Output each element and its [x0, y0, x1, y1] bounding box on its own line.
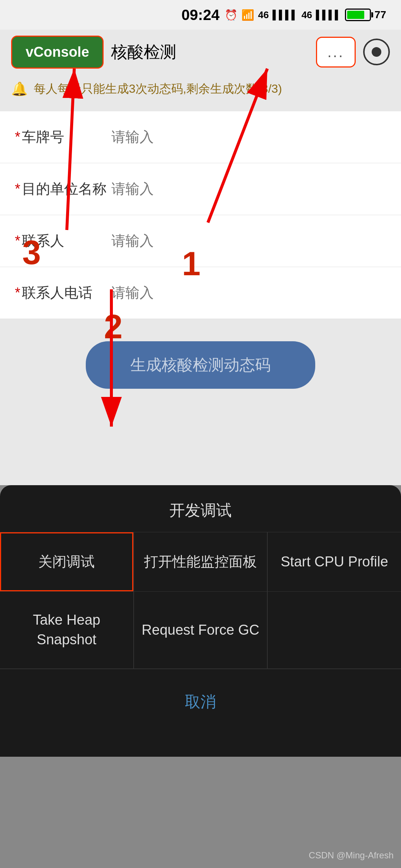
phone-input[interactable] — [111, 285, 386, 301]
alarm-icon: ⏰ — [225, 9, 238, 21]
vconsole-button[interactable]: vConsole — [11, 36, 104, 69]
plate-input[interactable] — [111, 129, 386, 145]
status-icons: ⏰ 📶 46 ▌▌▌▌ 46 ▌▌▌▌ 77 — [225, 9, 386, 21]
unit-required: * — [15, 181, 20, 197]
unit-input[interactable] — [111, 181, 386, 197]
record-button[interactable] — [363, 39, 390, 65]
main-content: vConsole 核酸检测 ... 🔔 每人每天只能生成3次动态码,剩余生成次数… — [0, 30, 401, 485]
notice-icon: 🔔 — [11, 81, 28, 97]
unit-label: *目的单位名称 — [15, 180, 111, 198]
app-bar: vConsole 核酸检测 ... — [0, 30, 401, 74]
status-time: 09:24 — [182, 7, 219, 23]
sheet-title: 开发调试 — [169, 502, 232, 519]
battery-fill — [347, 11, 364, 19]
sheet-grid-row2: Take Heap Snapshot Request Force GC — [0, 592, 401, 669]
request-gc-button[interactable]: Request Force GC — [134, 592, 267, 668]
plate-field: *车牌号 — [0, 111, 401, 163]
app-title: 核酸检测 — [111, 41, 316, 63]
bottom-sheet: 开发调试 关闭调试 打开性能监控面板 Start CPU Profile Tak… — [0, 485, 401, 757]
record-icon — [372, 47, 381, 57]
phone-required: * — [15, 285, 20, 300]
signal-bars-icon: ▌▌▌▌ — [273, 10, 298, 20]
battery-indicator — [345, 9, 371, 21]
status-bar: 09:24 ⏰ 📶 46 ▌▌▌▌ 46 ▌▌▌▌ 77 — [0, 0, 401, 30]
plate-required: * — [15, 129, 20, 145]
take-heap-button[interactable]: Take Heap Snapshot — [0, 592, 133, 668]
wifi-icon: 📶 — [241, 9, 254, 21]
close-debug-button[interactable]: 关闭调试 — [0, 532, 133, 591]
sheet-header: 开发调试 — [0, 485, 401, 532]
cancel-button[interactable]: 取消 — [7, 684, 394, 720]
sheet-grid-row1: 关闭调试 打开性能监控面板 Start CPU Profile — [0, 532, 401, 592]
signal-4g-icon: 46 — [258, 9, 269, 21]
plate-label: *车牌号 — [15, 128, 111, 147]
watermark: CSDN @Ming-Afresh — [309, 850, 394, 861]
start-cpu-button[interactable]: Start CPU Profile — [268, 532, 401, 591]
signal-bars-2-icon: ▌▌▌▌ — [316, 10, 341, 20]
form-container: *车牌号 *目的单位名称 *联系人 *联系人电话 — [0, 111, 401, 319]
unit-field: *目的单位名称 — [0, 163, 401, 215]
phone-label: *联系人电话 — [15, 283, 111, 302]
contact-input[interactable] — [111, 233, 386, 249]
battery-percent: 77 — [375, 9, 386, 21]
contact-field: *联系人 — [0, 215, 401, 267]
cancel-row: 取消 — [0, 669, 401, 734]
more-options-button[interactable]: ... — [316, 37, 356, 68]
submit-button[interactable]: 生成核酸检测动态码 — [86, 341, 315, 389]
empty-slot — [268, 592, 401, 668]
notice-bar: 🔔 每人每天只能生成3次动态码,剩余生成次数(3/3) — [0, 74, 401, 104]
signal-4g-2-icon: 46 — [301, 9, 312, 21]
open-monitor-button[interactable]: 打开性能监控面板 — [134, 532, 267, 591]
empty-space — [0, 404, 401, 485]
notice-text: 每人每天只能生成3次动态码,剩余生成次数(3/3) — [34, 81, 282, 97]
contact-label: *联系人 — [15, 231, 111, 250]
phone-field: *联系人电话 — [0, 267, 401, 319]
contact-required: * — [15, 233, 20, 249]
submit-area: 生成核酸检测动态码 — [0, 326, 401, 404]
